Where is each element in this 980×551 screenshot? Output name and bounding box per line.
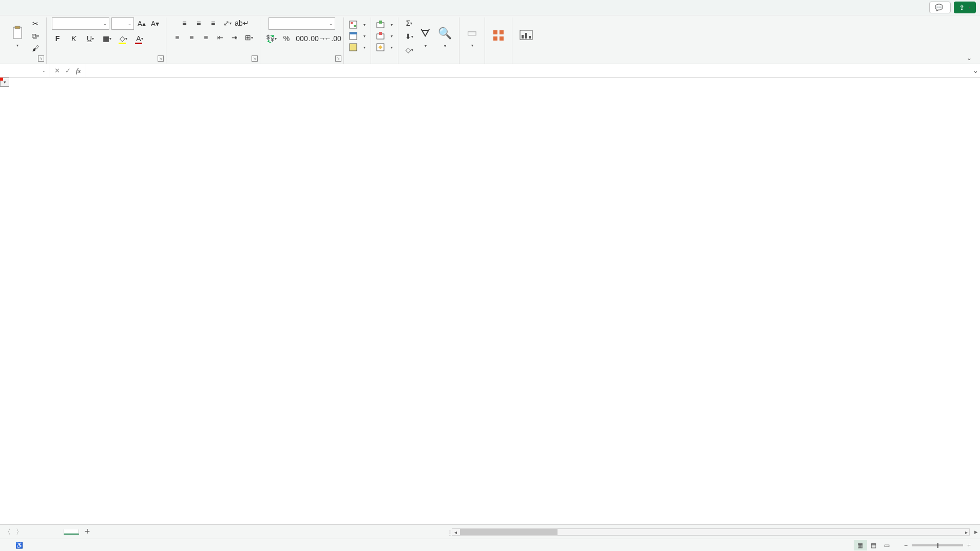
data-validation-dropdown-button[interactable]: ▾ (0, 78, 9, 87)
bold-button[interactable]: F (52, 33, 63, 44)
fx-icon[interactable]: fx (74, 67, 83, 75)
comments-button[interactable]: 💬 (929, 2, 951, 13)
paste-button[interactable]: ▾ (8, 25, 27, 48)
svg-rect-19 (525, 33, 527, 39)
addins-button[interactable] (490, 27, 507, 45)
ribbon-analysis (512, 17, 540, 64)
delete-cells-button[interactable]: ▾ (376, 31, 393, 41)
increase-indent-button[interactable]: ⇥ (229, 32, 240, 43)
cell-styles-button[interactable]: ▾ (349, 43, 366, 52)
svg-rect-11 (379, 32, 382, 35)
thousands-button[interactable]: 000 (296, 33, 308, 44)
percent-button[interactable]: % (281, 33, 292, 44)
align-center-button[interactable]: ≡ (186, 32, 197, 43)
insert-cells-button[interactable]: ▾ (376, 20, 393, 29)
zoom-out-button[interactable]: − (904, 542, 908, 549)
status-bar: ♿ ▦ ▤ ▭ − + (0, 539, 980, 551)
svg-rect-14 (499, 30, 504, 34)
ribbon-edit: Σ ▾ ⬇ ▾ ◇ ▾ ᗊ▾ 🔍▾ (398, 17, 459, 64)
align-bottom-button[interactable]: ≡ (207, 17, 219, 29)
font-color-button[interactable]: A ▾ (134, 33, 145, 44)
svg-rect-9 (379, 21, 382, 24)
menu-bar: 💬 ⇪ ▾ (0, 0, 980, 15)
svg-rect-15 (493, 36, 497, 41)
ribbon: ▾ ✂ ⧉ ▾ 🖌 ↘ ⌄ ⌄ A▴ A▾ F K U ▾ ▦ ▾ ◇ ▾ (0, 15, 980, 64)
prev-sheet-button[interactable]: 〈 (4, 527, 11, 537)
decrease-indent-button[interactable]: ⇤ (215, 32, 226, 43)
conditional-format-button[interactable]: ▾ (349, 20, 366, 29)
zoom-slider[interactable] (912, 544, 963, 546)
svg-rect-4 (354, 25, 356, 27)
currency-button[interactable]: 💱 ▾ (265, 33, 277, 44)
increase-font-button[interactable]: A▴ (136, 18, 147, 29)
ribbon-addins (485, 17, 512, 64)
align-top-button[interactable]: ≡ (179, 17, 190, 29)
font-size-select[interactable]: ⌄ (111, 17, 134, 30)
svg-rect-16 (499, 36, 504, 41)
zoom-in-button[interactable]: + (967, 542, 971, 549)
svg-rect-7 (350, 44, 357, 51)
accept-formula-icon[interactable]: ✓ (63, 67, 73, 74)
format-painter-button[interactable]: 🖌 (30, 43, 41, 54)
page-break-view-button[interactable]: ▭ (880, 540, 894, 550)
align-middle-button[interactable]: ≡ (193, 17, 204, 29)
svg-rect-13 (493, 30, 497, 34)
sort-filter-button[interactable]: ᗊ▾ (418, 25, 433, 48)
share-button[interactable]: ⇪ ▾ (954, 2, 976, 13)
scroll-right-button[interactable]: ▸ (974, 528, 978, 536)
horizontal-scrollbar[interactable]: ◂ ▸ (452, 528, 970, 536)
svg-rect-6 (350, 32, 357, 34)
borders-button[interactable]: ▦ ▾ (101, 33, 112, 44)
find-select-button[interactable]: 🔍▾ (436, 25, 454, 48)
orientation-button[interactable]: ⤢ ▾ (222, 17, 233, 29)
decrease-font-button[interactable]: A▾ (149, 18, 161, 29)
data-validation-dropdown-list[interactable] (0, 78, 1, 81)
ribbon-clipboard: ▾ ✂ ⧉ ▾ 🖌 ↘ (3, 17, 47, 64)
merge-button[interactable]: ⊞ ▾ (243, 32, 255, 43)
spreadsheet-grid[interactable]: ▾ (0, 78, 980, 524)
cut-button[interactable]: ✂ (30, 18, 41, 29)
formula-bar: ⌄ ✕ ✓ fx ⌄ (0, 64, 980, 78)
cancel-formula-icon[interactable]: ✕ (52, 67, 62, 74)
underline-button[interactable]: U ▾ (85, 33, 96, 44)
add-sheet-button[interactable]: + (81, 526, 93, 537)
format-as-table-button[interactable]: ▾ (349, 31, 366, 41)
ribbon-styles: ▾ ▾ ▾ (344, 17, 371, 64)
font-name-select[interactable]: ⌄ (52, 17, 109, 30)
collapse-ribbon-button[interactable]: ⌄ (967, 54, 976, 62)
svg-rect-3 (351, 22, 353, 24)
format-cells-button[interactable]: ▾ (376, 43, 393, 52)
autosum-button[interactable]: Σ ▾ (403, 17, 415, 29)
page-layout-view-button[interactable]: ▤ (867, 540, 880, 550)
ribbon-sensitivity: ▭▾ (459, 17, 485, 64)
sensitivity-button: ▭▾ (465, 25, 479, 48)
normal-view-button[interactable]: ▦ (854, 540, 867, 550)
increase-decimal-button[interactable]: .00→ (312, 33, 323, 44)
copy-button[interactable]: ⧉ ▾ (30, 30, 41, 42)
svg-rect-20 (529, 36, 531, 39)
data-analysis-button[interactable] (517, 27, 535, 45)
next-sheet-button[interactable]: 〉 (16, 527, 23, 537)
fill-color-button[interactable]: ◇ ▾ (118, 33, 129, 44)
ribbon-alignment: ≡ ≡ ≡ ⤢ ▾ ab↵ ≡ ≡ ≡ ⇤ ⇥ ⊞ ▾ ↘ (166, 17, 260, 64)
formula-input[interactable] (86, 64, 971, 77)
svg-rect-18 (522, 35, 524, 39)
clear-button[interactable]: ◇ ▾ (403, 44, 415, 55)
ribbon-number: ⌄ 💱 ▾ % 000 .00→ ←.00 ↘ (260, 17, 344, 64)
align-left-button[interactable]: ≡ (171, 32, 183, 43)
ribbon-cells: ▾ ▾ ▾ (371, 17, 398, 64)
svg-rect-1 (15, 26, 20, 29)
name-box[interactable]: ⌄ (0, 64, 49, 77)
sheet-tab-bar: 〈 〉 + ⋮ ◂ ▸ ▸ (0, 524, 980, 539)
expand-formula-bar-button[interactable]: ⌄ (971, 67, 980, 74)
align-right-button[interactable]: ≡ (200, 32, 212, 43)
wrap-text-button[interactable]: ab↵ (236, 17, 247, 29)
fill-button[interactable]: ⬇ ▾ (403, 31, 415, 42)
ribbon-font: ⌄ ⌄ A▴ A▾ F K U ▾ ▦ ▾ ◇ ▾ A ▾ ↘ (47, 17, 166, 64)
status-accessibility[interactable]: ♿ (15, 542, 23, 549)
sheet-tab[interactable] (64, 529, 79, 535)
number-format-select[interactable]: ⌄ (268, 17, 335, 30)
decrease-decimal-button[interactable]: ←.00 (327, 33, 338, 44)
italic-button[interactable]: K (68, 33, 80, 44)
